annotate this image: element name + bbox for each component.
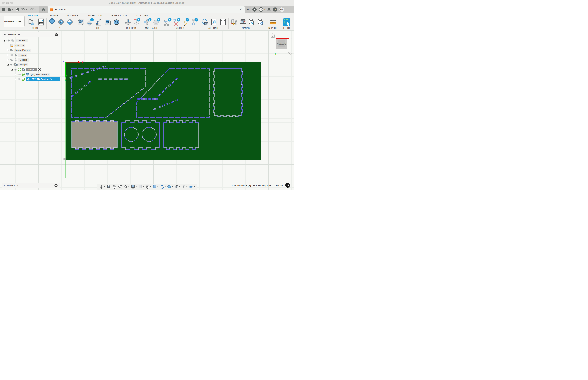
tool-library-icon[interactable] (230, 18, 238, 26)
zoom-window-button[interactable] (10, 2, 13, 4)
dropdown-caret[interactable] (128, 186, 129, 187)
tab-milling[interactable]: MILLING (27, 14, 39, 18)
tab-fabrication[interactable]: FABRICATION (111, 14, 128, 18)
dropdown-caret[interactable] (143, 186, 144, 187)
setup-sheet-icon[interactable] (219, 18, 227, 26)
group-label-actions[interactable]: ACTIONS (209, 27, 220, 29)
machine-library-icon[interactable] (239, 18, 247, 26)
measure-icon[interactable] (269, 18, 277, 26)
visibility-off-icon[interactable] (17, 77, 21, 81)
dropdown-caret[interactable] (186, 186, 188, 187)
group-label-3d[interactable]: 3D (96, 27, 101, 29)
tab-turning[interactable]: TURNING (46, 14, 59, 18)
dropdown-caret[interactable] (193, 186, 195, 187)
feed-optimization-icon[interactable] (190, 18, 198, 26)
expander-closed-icon[interactable] (7, 54, 9, 56)
browser-row-cam-root[interactable]: CAM Root (2, 38, 60, 43)
job-status-indicator[interactable]: 1 (259, 7, 265, 12)
expander-closed-icon[interactable] (14, 73, 17, 75)
expander-closed-icon[interactable] (7, 59, 9, 61)
workspace-selector[interactable]: MANUFACTURE (4, 16, 25, 27)
orbit-button[interactable] (99, 184, 105, 189)
stock-canvas[interactable] (65, 62, 261, 160)
group-label-inspect[interactable]: INSPECT (268, 27, 279, 29)
add-comment-icon[interactable] (55, 184, 58, 187)
adaptive2d-icon[interactable] (57, 18, 65, 26)
browser-row-t1-2d-contour2[interactable]: [T1] 2D Contour2 (… (2, 77, 60, 82)
zoom-button[interactable] (117, 184, 123, 189)
expander-closed-icon[interactable] (7, 49, 9, 51)
expander-open-icon[interactable] (7, 64, 9, 66)
browser-row-t1-2d-contour2[interactable]: [T1] 2D Contour2 (2, 72, 60, 77)
post-process-icon[interactable] (201, 18, 209, 26)
viewports-button[interactable] (145, 184, 151, 189)
group-label-setup[interactable]: SETUP (32, 27, 41, 29)
trim-toolpath-icon[interactable] (164, 18, 171, 26)
tab-additive[interactable]: ADDITIVE (66, 14, 79, 18)
zoom-window-button[interactable] (123, 184, 130, 189)
document-tab[interactable]: Skee Ball* ✕ (48, 6, 245, 13)
model-viewport[interactable]: X Y Z BROWSER CAM RootUnits: inNamed Vie… (0, 30, 294, 190)
dropdown-caret[interactable] (179, 186, 180, 187)
browser-row-models[interactable]: Models (2, 57, 60, 62)
tab-inspection[interactable]: INSPECTION (87, 14, 103, 18)
pan-button[interactable] (112, 184, 117, 189)
expander-open-icon[interactable] (3, 40, 6, 41)
dropdown-caret[interactable] (104, 186, 105, 187)
spiral-icon[interactable] (112, 18, 121, 26)
visibility-on-icon[interactable] (14, 68, 17, 71)
dropdown-caret[interactable] (150, 186, 151, 187)
browser-row-units-in[interactable]: Units: in (2, 43, 60, 48)
window-select-icon[interactable] (283, 18, 291, 26)
nc-program-icon[interactable]: G (37, 18, 45, 26)
toolpath-refresh-button[interactable] (159, 184, 166, 189)
group-label-select[interactable]: SELECT (282, 27, 292, 29)
post-library-icon[interactable]: G (248, 18, 256, 26)
visibility-on-icon[interactable] (6, 39, 10, 42)
pocket2d-icon[interactable] (48, 18, 56, 26)
redo-button[interactable] (29, 7, 36, 13)
display-settings-button[interactable] (130, 184, 137, 189)
steep-shallow-icon[interactable] (86, 18, 94, 26)
user-avatar[interactable]: EW (279, 7, 284, 12)
hole-recognition-icon[interactable]: + (132, 18, 140, 26)
browser-row-setups[interactable]: Setups (2, 62, 60, 67)
grid-display-button[interactable] (138, 184, 144, 189)
delete-passes-icon[interactable] (172, 18, 180, 26)
face2d-icon[interactable] (66, 18, 74, 26)
viewcube-menu-icon[interactable] (289, 52, 292, 54)
visibility-off-icon[interactable] (10, 53, 14, 57)
feedback-chat-icon[interactable] (285, 183, 290, 188)
group-label-drilling[interactable]: DRILLING (126, 27, 138, 29)
stock-visibility-button[interactable] (152, 184, 159, 189)
dropdown-caret[interactable] (165, 186, 166, 187)
visibility-on-icon[interactable] (10, 58, 14, 62)
dropdown-caret[interactable] (172, 186, 173, 187)
setup-new-icon[interactable] (28, 18, 36, 26)
group-label-multi-axis[interactable]: MULTI-AXIS (145, 27, 159, 29)
save-button[interactable] (15, 7, 20, 13)
help-icon[interactable]: ? (273, 7, 277, 12)
viewcube[interactable]: BOTTOM X Y (268, 32, 294, 57)
notifications-bell-icon[interactable] (267, 7, 271, 12)
group-label-2d[interactable]: 2D (59, 27, 63, 29)
drill-icon[interactable] (124, 18, 132, 26)
dropdown-caret[interactable] (135, 186, 137, 187)
machine-visibility-button[interactable] (174, 184, 181, 189)
collapse-panel-icon[interactable] (4, 34, 6, 36)
visibility-on-icon[interactable] (10, 63, 14, 66)
group-label-modify[interactable]: MODIFY (176, 27, 186, 29)
look-at-button[interactable] (106, 184, 111, 189)
browser-row-named-views[interactable]: Named Views (2, 48, 60, 53)
minimize-window-button[interactable] (6, 2, 9, 4)
rotary-icon[interactable] (152, 18, 160, 26)
extensions-icon[interactable] (252, 7, 257, 12)
close-window-button[interactable] (2, 2, 5, 4)
active-setup-radio-icon[interactable] (38, 68, 41, 71)
group-label-manage[interactable]: MANAGE (242, 27, 253, 29)
browser-row-setup2[interactable]: Setup2 (2, 67, 60, 72)
visibility-off-icon[interactable] (17, 73, 21, 76)
comments-bar[interactable]: COMMENTS (2, 183, 60, 188)
new-tab-button[interactable]: + (245, 6, 251, 13)
tab-utilities[interactable]: UTILITIES (136, 14, 148, 18)
